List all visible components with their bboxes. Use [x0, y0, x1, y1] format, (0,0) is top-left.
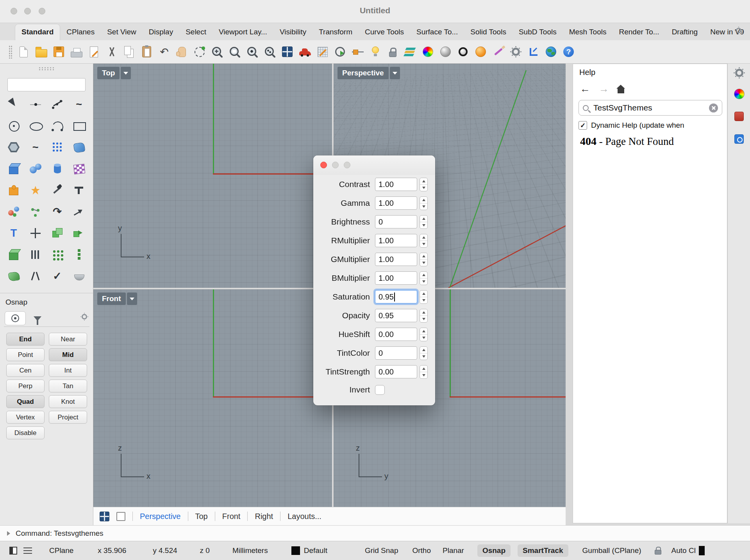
viewport-tab-front[interactable]: Front — [222, 512, 241, 521]
box-tool-button[interactable] — [3, 160, 24, 177]
gumball-toggle[interactable]: Gumball (CPlane) — [582, 546, 641, 555]
lighting-button[interactable] — [366, 43, 384, 61]
osnap-end-button[interactable]: End — [6, 333, 45, 346]
contrast-stepper[interactable] — [420, 178, 428, 191]
render-preview-button[interactable] — [437, 43, 454, 61]
orient-tool-button[interactable] — [47, 182, 68, 199]
curve-tool-button[interactable]: ~ — [68, 96, 89, 113]
gamma-stepper[interactable] — [420, 196, 428, 210]
solid-box-tool-button[interactable] — [3, 246, 24, 263]
status-cplane[interactable]: CPlane — [49, 546, 73, 555]
saturation-stepper[interactable] — [420, 290, 428, 304]
tab-render-tools[interactable]: Render To... — [612, 24, 665, 40]
export-button[interactable] — [85, 43, 103, 61]
viewport-front-menu-button[interactable] — [127, 292, 137, 305]
palette-search-field[interactable] — [7, 78, 86, 91]
osnap-vertex-button[interactable]: Vertex — [6, 411, 45, 424]
tab-subd-tools[interactable]: SubD Tools — [512, 24, 563, 40]
point-tool-button[interactable] — [25, 96, 46, 113]
tab-mesh-tools[interactable]: Mesh Tools — [563, 24, 613, 40]
viewport-tab-layouts[interactable]: Layouts... — [288, 512, 321, 521]
osnap-point-button[interactable]: Point — [6, 348, 45, 361]
osnap-perp-button[interactable]: Perp — [6, 380, 45, 392]
tab-surface-tools[interactable]: Surface To... — [410, 24, 464, 40]
viewport-tab-top[interactable]: Top — [195, 512, 208, 521]
tab-cplanes[interactable]: CPlanes — [60, 24, 101, 40]
dynamic-help-checkbox[interactable]: ✓ — [579, 121, 587, 130]
osnap-project-button[interactable]: Project — [49, 411, 87, 424]
panel-settings-gear-icon[interactable] — [733, 67, 745, 78]
tangent-circle-button[interactable] — [331, 43, 349, 61]
dialog-close-button[interactable] — [320, 162, 327, 168]
duplicate-tool-button[interactable] — [47, 225, 68, 242]
sphere-tool-button[interactable] — [25, 160, 46, 177]
tintcolor-stepper[interactable] — [420, 346, 428, 360]
viewport-front[interactable]: Front z x — [93, 289, 332, 507]
boolean-tool-button[interactable] — [3, 182, 24, 199]
render-settings-button[interactable] — [454, 43, 472, 61]
polygon-tool-button[interactable] — [3, 139, 24, 156]
check-tool-button[interactable]: ✓ — [47, 268, 68, 285]
joint-tool-button[interactable] — [25, 268, 46, 285]
copy-objects-tool-button[interactable] — [68, 225, 89, 242]
back-arrow-icon[interactable]: ← — [580, 83, 590, 95]
print-button[interactable] — [68, 43, 85, 61]
viewport-perspective-menu-button[interactable] — [390, 67, 400, 79]
viewport-front-title[interactable]: Front — [97, 292, 126, 305]
osnap-int-button[interactable]: Int — [49, 364, 87, 377]
flatten-tool-button[interactable] — [68, 182, 89, 199]
ortho-toggle[interactable]: Ortho — [412, 546, 431, 555]
osnap-cen-button[interactable]: Cen — [6, 364, 45, 377]
group-tool-button[interactable] — [3, 203, 24, 220]
command-history-chevron-icon[interactable] — [7, 531, 10, 536]
earth-button[interactable] — [542, 43, 560, 61]
four-viewport-layout-button[interactable] — [100, 512, 109, 521]
new-document-button[interactable] — [15, 43, 32, 61]
rebuild-curve-tool-button[interactable]: ↷ — [47, 203, 68, 220]
list-icon[interactable] — [23, 548, 32, 554]
single-viewport-layout-button[interactable] — [116, 512, 125, 521]
auto-cplane-toggle[interactable]: Auto Cl — [671, 546, 696, 555]
viewport-tab-perspective[interactable]: Perspective — [140, 512, 181, 521]
rmultiplier-stepper[interactable] — [420, 234, 428, 248]
gmultiplier-stepper[interactable] — [420, 253, 428, 266]
tab-curve-tools[interactable]: Curve Tools — [359, 24, 410, 40]
brightness-input[interactable]: 0 — [375, 215, 417, 228]
planar-toggle[interactable]: Planar — [443, 546, 464, 555]
tab-solid-tools[interactable]: Solid Tools — [464, 24, 512, 40]
viewport-toggle-icon[interactable] — [9, 547, 17, 555]
tab-set-view[interactable]: Set View — [101, 24, 143, 40]
clear-search-icon[interactable] — [709, 103, 718, 112]
viewport-top-menu-button[interactable] — [121, 67, 131, 79]
surface-patch-tool-button[interactable] — [68, 139, 89, 156]
layers-button[interactable] — [402, 43, 419, 61]
drafting-tools-button[interactable] — [525, 43, 542, 61]
move-tool-button[interactable] — [25, 225, 46, 242]
plane-tool-button[interactable] — [68, 160, 89, 177]
layer-color-swatch[interactable] — [291, 546, 300, 555]
copy-button[interactable] — [120, 43, 138, 61]
bmultiplier-input[interactable]: 1.00 — [375, 271, 417, 285]
open-file-button[interactable] — [32, 43, 50, 61]
linear-array-tool-button[interactable] — [68, 246, 89, 263]
saturation-input[interactable]: 0.95 — [375, 290, 417, 303]
dialog-zoom-button[interactable] — [344, 162, 350, 168]
text-tool-button[interactable]: T — [3, 225, 24, 242]
osnap-tab-filter[interactable] — [30, 313, 45, 325]
extend-curve-tool-button[interactable] — [68, 203, 89, 220]
color-picker-button[interactable] — [419, 43, 437, 61]
status-layer[interactable]: Default — [304, 546, 327, 555]
curve-blend-tool-button[interactable]: ~ — [25, 139, 46, 156]
home-icon[interactable] — [618, 89, 624, 93]
viewport-top[interactable]: Top y x — [93, 64, 332, 288]
tintstrength-stepper[interactable] — [420, 365, 428, 379]
tab-viewport-layout[interactable]: Viewport Lay... — [212, 24, 273, 40]
gmultiplier-input[interactable]: 1.00 — [375, 253, 417, 266]
materials-panel-tab[interactable] — [733, 111, 745, 122]
cylinder-tool-button[interactable] — [47, 160, 68, 177]
pan-button[interactable] — [173, 43, 191, 61]
osnap-quad-button[interactable]: Quad — [6, 395, 45, 408]
osnap-disable-button[interactable]: Disable — [6, 426, 45, 439]
surface-points-tool-button[interactable] — [47, 139, 68, 156]
point-cloud-tool-button[interactable] — [25, 203, 46, 220]
